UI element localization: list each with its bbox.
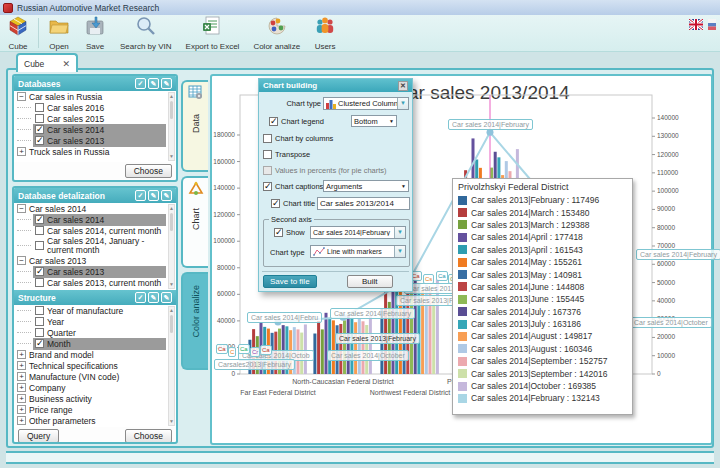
chart-legend-checkbox[interactable] <box>269 117 278 126</box>
edit-action-icon[interactable]: ✎ <box>148 190 159 201</box>
tab-close-icon[interactable]: ✕ <box>62 60 70 68</box>
tree-item-checkbox[interactable] <box>35 317 44 326</box>
chart-caption-box[interactable]: Carsales2013|February <box>214 359 295 370</box>
tree-row[interactable]: −Car sales in Russia <box>14 91 176 102</box>
scroll-down-icon[interactable]: ▼ <box>169 418 174 425</box>
tree-item-checkbox[interactable] <box>35 278 44 287</box>
tree-item-checkbox[interactable] <box>35 306 44 315</box>
expand-icon[interactable]: + <box>17 394 26 403</box>
chevron-down-icon[interactable]: ▼ <box>394 246 405 257</box>
tree-item-checkbox[interactable] <box>35 125 44 134</box>
bar[interactable] <box>339 324 342 374</box>
collapse-icon[interactable]: − <box>17 204 26 213</box>
tree-item-checkbox[interactable] <box>35 339 44 348</box>
tree-item[interactable]: Car sales 2013, current month <box>33 277 166 289</box>
scroll-down-icon[interactable]: ▼ <box>169 281 174 288</box>
collapse-icon[interactable]: − <box>17 92 26 101</box>
chart-legend-combo[interactable]: Bottom ▼ <box>351 115 397 127</box>
side-tab-chart[interactable]: Chart <box>181 176 208 268</box>
bar[interactable] <box>347 316 350 374</box>
chart-caption-mini-box[interactable]: Ca <box>436 271 448 281</box>
tree-row[interactable]: +Company <box>14 382 176 393</box>
second-chart-type-combo[interactable]: Line with markers ▼ <box>310 245 406 258</box>
tree-item-checkbox[interactable] <box>35 226 44 235</box>
query-button[interactable]: Query <box>18 429 59 443</box>
tab-cube[interactable]: Cube ✕ <box>16 53 78 72</box>
bar[interactable] <box>432 295 435 374</box>
tree-row[interactable]: Car sales 2014, current month <box>14 225 176 236</box>
edit2-action-icon[interactable]: ✎ <box>161 292 172 303</box>
scroll-up-icon[interactable]: ▲ <box>169 93 174 100</box>
second-axis-series-combo[interactable]: Car sales 2014|February ▼ <box>310 226 406 239</box>
tree-row[interactable]: Year of manufacture <box>14 305 176 316</box>
expand-icon[interactable]: + <box>17 350 26 359</box>
scroll-up-icon[interactable]: ▲ <box>169 205 174 212</box>
check-action-icon[interactable]: ✓ <box>135 292 146 303</box>
toolbar-button-users[interactable]: Users <box>307 15 343 51</box>
tree-row[interactable]: +Manufacture (VIN code) <box>14 371 176 382</box>
tree-row[interactable]: Month <box>14 338 176 349</box>
edit-action-icon[interactable]: ✎ <box>148 292 159 303</box>
chart-caption-box[interactable]: Car sales 2013|February <box>335 333 420 344</box>
side-tab-color-analize[interactable]: Color analize <box>181 272 208 370</box>
build-button[interactable]: Built <box>347 275 393 288</box>
expand-icon[interactable]: + <box>17 147 26 156</box>
dialog-close-icon[interactable]: ✕ <box>398 81 408 91</box>
chart-title-input[interactable]: Car sales 2013/2014 <box>317 197 410 210</box>
dialog-title-bar[interactable]: Chart building ✕ <box>259 79 412 92</box>
tree-scrollbar[interactable]: ▲▼ <box>168 204 175 289</box>
scroll-down-icon[interactable]: ▼ <box>169 153 174 160</box>
tree-row[interactable]: Car sales 2013, current month <box>14 277 176 288</box>
values-in-percents-checkbox[interactable] <box>263 166 272 175</box>
chart-caption-box[interactable]: Car sales 2014|October <box>630 317 712 328</box>
chart-caption-mini-box[interactable]: Cs <box>423 274 434 284</box>
tree-item-checkbox[interactable] <box>35 103 44 112</box>
bar[interactable] <box>350 318 353 374</box>
bar[interactable] <box>332 320 335 374</box>
tree-item-checkbox[interactable] <box>35 215 44 224</box>
chevron-down-icon[interactable]: ▼ <box>399 183 408 189</box>
tree-row[interactable]: Car sales 2014, January - current month <box>14 236 176 255</box>
databases-choose-button[interactable]: Choose <box>125 164 172 178</box>
chart-caption-mini-box[interactable]: Ca <box>238 344 250 354</box>
expand-icon[interactable]: + <box>17 372 26 381</box>
toolbar-button-export-to-excel[interactable]: Export to Excel <box>179 15 247 51</box>
check-action-icon[interactable]: ✓ <box>135 190 146 201</box>
bar[interactable] <box>325 313 328 374</box>
chart-caption-box[interactable]: Car sales 2014|October <box>327 350 409 361</box>
scrollbar-thumb[interactable] <box>170 101 173 119</box>
transpose-checkbox[interactable] <box>263 150 272 159</box>
chevron-down-icon[interactable]: ▼ <box>397 98 408 109</box>
expand-icon[interactable]: + <box>17 405 26 414</box>
bar[interactable] <box>321 329 324 374</box>
toolbar-button-save[interactable]: Save <box>77 15 113 51</box>
tree-row[interactable]: +Brand and model <box>14 349 176 360</box>
scrollbar-thumb[interactable] <box>170 213 173 231</box>
tree-item[interactable]: Car sales 2014, January - current month <box>33 236 166 256</box>
tree-row[interactable]: Year <box>14 316 176 327</box>
chart-type-combo[interactable]: Clustered Column ▼ <box>323 97 409 110</box>
chart-captions-checkbox[interactable] <box>263 182 272 191</box>
scroll-up-icon[interactable]: ▲ <box>169 307 174 314</box>
scrollbar-thumb[interactable] <box>170 315 173 333</box>
toolbar-button-search-by-vin[interactable]: Search by VIN <box>113 15 179 51</box>
chart-captions-combo[interactable]: Arguments ▼ <box>323 180 409 192</box>
second-axis-show-checkbox[interactable] <box>274 228 283 237</box>
bar[interactable] <box>313 334 316 374</box>
tree-scrollbar[interactable]: ▲▼ <box>168 92 175 161</box>
structure-choose-button[interactable]: Choose <box>125 429 172 443</box>
collapse-icon[interactable]: − <box>17 256 26 265</box>
tree-item-checkbox[interactable] <box>35 267 44 276</box>
tree-item-checkbox[interactable] <box>35 136 44 145</box>
tree-row[interactable]: +Truck sales in Russia <box>14 146 176 157</box>
tree-item[interactable]: Month <box>33 338 166 350</box>
chevron-down-icon[interactable]: ▼ <box>394 227 405 238</box>
chart-caption-mini-box[interactable]: Cr <box>250 347 260 357</box>
bar[interactable] <box>354 322 357 374</box>
tree-row[interactable]: +Price range <box>14 404 176 415</box>
tree-item-checkbox[interactable] <box>35 328 44 337</box>
toolbar-button-cube[interactable]: Cube <box>0 15 36 51</box>
uk-flag-icon[interactable] <box>689 19 703 30</box>
check-action-icon[interactable]: ✓ <box>135 78 146 89</box>
tree-row[interactable]: Car sales 2013 <box>14 266 176 277</box>
